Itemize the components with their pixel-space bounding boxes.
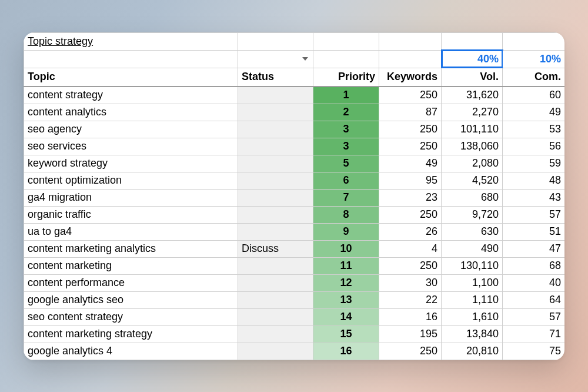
vol-cell[interactable]: 130,110 bbox=[442, 257, 503, 274]
vol-cell[interactable]: 1,100 bbox=[442, 274, 503, 291]
com-cell[interactable]: 48 bbox=[503, 172, 565, 189]
status-cell[interactable] bbox=[238, 206, 313, 223]
header-com[interactable]: Com. bbox=[503, 68, 565, 87]
vol-cell[interactable]: 680 bbox=[442, 189, 503, 206]
priority-cell[interactable]: 9 bbox=[313, 223, 379, 240]
status-cell[interactable] bbox=[238, 172, 313, 189]
keywords-cell[interactable]: 49 bbox=[379, 155, 442, 172]
vol-cell[interactable]: 20,810 bbox=[442, 343, 503, 360]
com-cell[interactable]: 49 bbox=[503, 104, 565, 121]
priority-cell[interactable]: 3 bbox=[313, 138, 379, 155]
status-cell[interactable] bbox=[238, 121, 313, 138]
topic-cell[interactable]: content marketing bbox=[24, 257, 238, 274]
keywords-cell[interactable]: 250 bbox=[379, 138, 442, 155]
priority-cell[interactable]: 5 bbox=[313, 155, 379, 172]
topic-cell[interactable]: content marketing strategy bbox=[24, 325, 238, 343]
priority-cell[interactable]: 8 bbox=[313, 206, 379, 223]
com-weight-cell[interactable]: 10% bbox=[503, 50, 565, 68]
priority-cell[interactable]: 11 bbox=[313, 257, 379, 274]
com-cell[interactable]: 75 bbox=[503, 343, 565, 360]
status-cell[interactable] bbox=[238, 274, 313, 291]
topic-cell[interactable]: content marketing analytics bbox=[24, 240, 238, 257]
topic-cell[interactable]: ga4 migration bbox=[24, 189, 238, 206]
topic-cell[interactable]: seo agency bbox=[24, 121, 238, 138]
topic-cell[interactable]: seo services bbox=[24, 138, 238, 155]
priority-cell[interactable]: 1 bbox=[313, 87, 379, 104]
com-cell[interactable]: 71 bbox=[503, 325, 565, 343]
cell[interactable] bbox=[238, 32, 313, 50]
topic-cell[interactable]: content performance bbox=[24, 274, 238, 291]
vol-cell[interactable]: 490 bbox=[442, 240, 503, 257]
header-priority[interactable]: Priority bbox=[313, 68, 379, 87]
priority-cell[interactable]: 15 bbox=[313, 325, 379, 343]
topic-cell[interactable]: content strategy bbox=[24, 87, 238, 104]
keywords-cell[interactable]: 16 bbox=[379, 308, 442, 325]
header-status[interactable]: Status bbox=[238, 68, 313, 87]
com-cell[interactable]: 59 bbox=[503, 155, 565, 172]
com-cell[interactable]: 64 bbox=[503, 291, 565, 308]
priority-cell[interactable]: 10 bbox=[313, 240, 379, 257]
vol-cell[interactable]: 138,060 bbox=[442, 138, 503, 155]
cell[interactable] bbox=[313, 32, 379, 50]
status-cell[interactable] bbox=[238, 155, 313, 172]
vol-cell[interactable]: 13,840 bbox=[442, 325, 503, 343]
priority-cell[interactable]: 12 bbox=[313, 274, 379, 291]
vol-cell[interactable]: 4,520 bbox=[442, 172, 503, 189]
priority-cell[interactable]: 16 bbox=[313, 343, 379, 360]
keywords-cell[interactable]: 26 bbox=[379, 223, 442, 240]
header-vol[interactable]: Vol. bbox=[442, 68, 503, 87]
status-cell[interactable] bbox=[238, 325, 313, 343]
cell[interactable] bbox=[503, 32, 565, 50]
status-cell[interactable] bbox=[238, 104, 313, 121]
status-cell[interactable] bbox=[238, 223, 313, 240]
topic-cell[interactable]: google analytics 4 bbox=[24, 343, 238, 360]
header-keywords[interactable]: Keywords bbox=[379, 68, 442, 87]
cell[interactable] bbox=[313, 50, 379, 68]
cell[interactable] bbox=[379, 50, 442, 68]
vol-cell[interactable]: 1,610 bbox=[442, 308, 503, 325]
topic-cell[interactable]: ua to ga4 bbox=[24, 223, 238, 240]
topic-cell[interactable]: content optimization bbox=[24, 172, 238, 189]
header-topic[interactable]: Topic bbox=[24, 68, 238, 87]
priority-cell[interactable]: 7 bbox=[313, 189, 379, 206]
com-cell[interactable]: 53 bbox=[503, 121, 565, 138]
keywords-cell[interactable]: 250 bbox=[379, 343, 442, 360]
cell[interactable] bbox=[379, 32, 442, 50]
cell[interactable] bbox=[442, 32, 503, 50]
topic-cell[interactable]: organic traffic bbox=[24, 206, 238, 223]
keywords-cell[interactable]: 250 bbox=[379, 206, 442, 223]
sheet-title-cell[interactable]: Topic strategy bbox=[24, 32, 238, 50]
status-cell[interactable] bbox=[238, 138, 313, 155]
com-cell[interactable]: 47 bbox=[503, 240, 565, 257]
status-filter-dropdown[interactable] bbox=[238, 50, 313, 68]
keywords-cell[interactable]: 4 bbox=[379, 240, 442, 257]
keywords-cell[interactable]: 87 bbox=[379, 104, 442, 121]
priority-cell[interactable]: 3 bbox=[313, 121, 379, 138]
status-cell[interactable] bbox=[238, 87, 313, 104]
status-cell[interactable]: Discuss bbox=[238, 240, 313, 257]
vol-cell[interactable]: 630 bbox=[442, 223, 503, 240]
keywords-cell[interactable]: 95 bbox=[379, 172, 442, 189]
cell[interactable] bbox=[24, 50, 238, 68]
priority-cell[interactable]: 14 bbox=[313, 308, 379, 325]
keywords-cell[interactable]: 250 bbox=[379, 87, 442, 104]
com-cell[interactable]: 40 bbox=[503, 274, 565, 291]
com-cell[interactable]: 68 bbox=[503, 257, 565, 274]
vol-cell[interactable]: 31,620 bbox=[442, 87, 503, 104]
vol-cell[interactable]: 2,080 bbox=[442, 155, 503, 172]
keywords-cell[interactable]: 250 bbox=[379, 121, 442, 138]
com-cell[interactable]: 51 bbox=[503, 223, 565, 240]
priority-cell[interactable]: 2 bbox=[313, 104, 379, 121]
vol-cell[interactable]: 2,270 bbox=[442, 104, 503, 121]
com-cell[interactable]: 56 bbox=[503, 138, 565, 155]
status-cell[interactable] bbox=[238, 257, 313, 274]
vol-cell[interactable]: 1,110 bbox=[442, 291, 503, 308]
topic-cell[interactable]: seo content strategy bbox=[24, 308, 238, 325]
vol-cell[interactable]: 9,720 bbox=[442, 206, 503, 223]
topic-cell[interactable]: google analytics seo bbox=[24, 291, 238, 308]
keywords-cell[interactable]: 22 bbox=[379, 291, 442, 308]
com-cell[interactable]: 57 bbox=[503, 206, 565, 223]
priority-cell[interactable]: 6 bbox=[313, 172, 379, 189]
status-cell[interactable] bbox=[238, 189, 313, 206]
com-cell[interactable]: 60 bbox=[503, 87, 565, 104]
